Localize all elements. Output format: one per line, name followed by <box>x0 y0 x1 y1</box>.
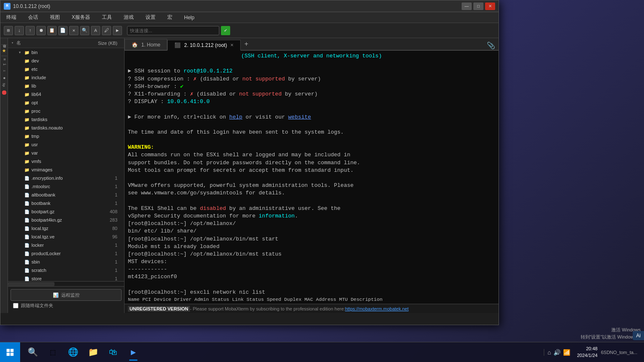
sidebar-tools-btn[interactable]: ✄ <box>1 68 7 74</box>
terminal-output[interactable]: (SSH client, X-server and networking too… <box>125 51 499 304</box>
list-item[interactable]: 📄 bootbank 1 <box>16 199 124 207</box>
menu-settings[interactable]: 设置 <box>143 13 158 22</box>
terminal-line: The time and date of this login have bee… <box>128 129 495 136</box>
remote-monitor-button[interactable]: 📊 远程监控 <box>10 289 122 301</box>
list-item[interactable]: 📁 tardisks.noauto <box>16 124 124 132</box>
list-item[interactable]: 📄 local.tgz.ve 96 <box>16 233 124 241</box>
sidebar-info-btn[interactable]: i <box>1 62 7 66</box>
sidebar-macro-btn[interactable]: ✱ <box>1 75 7 81</box>
toolbar-btn-7[interactable]: ✕ <box>69 26 78 35</box>
list-item[interactable]: 📄 local.tgz 80 <box>16 224 124 233</box>
taskbar-store[interactable]: 🛍 <box>104 343 122 362</box>
start-button[interactable] <box>0 342 20 362</box>
sidebar-game-btn[interactable]: Sp <box>1 82 7 88</box>
list-item[interactable]: 📁 dev <box>16 57 124 65</box>
sidebar-sessions-btn[interactable]: 会话 <box>1 40 7 43</box>
list-item[interactable]: 📁 vmfs <box>16 157 124 165</box>
toolbar-btn-8[interactable]: 🔍 <box>80 26 89 35</box>
quick-connect-input[interactable] <box>127 26 219 35</box>
toolbar-btn-9[interactable]: A <box>91 26 100 35</box>
taskbar-explorer[interactable]: 📁 <box>84 343 102 362</box>
menu-games[interactable]: 游戏 <box>121 13 136 22</box>
folder-icon: 📁 <box>24 75 30 80</box>
list-item[interactable]: 📄 .mtoolsrc 1 <box>16 182 124 191</box>
toolbar-btn-4[interactable]: ⏺ <box>36 26 46 35</box>
list-item[interactable]: 📁 tardisks <box>16 115 124 124</box>
toolbar-btn-6[interactable]: 📄 <box>58 26 68 35</box>
corner-text: 6SDNO_tom_ta... <box>601 350 637 355</box>
taskbar-edge[interactable]: 🌐 <box>64 343 82 362</box>
list-item[interactable]: 📁 proc <box>16 107 124 115</box>
list-item[interactable]: 📄 bootpart.gz 408 <box>16 207 124 216</box>
list-item[interactable]: 📄 scratch 1 <box>16 266 124 274</box>
status-link[interactable]: https://mobaxterm.mobatek.net <box>345 306 409 311</box>
unregistered-badge: UNREGISTERED VERSION <box>128 306 190 312</box>
list-item[interactable]: 📄 sbin 1 <box>16 258 124 266</box>
menu-tools[interactable]: 工具 <box>99 13 114 22</box>
toolbar-btn-11[interactable]: ▶ <box>113 26 122 35</box>
menu-terminal[interactable]: 终端 <box>4 13 19 22</box>
list-item[interactable]: 📁 opt <box>16 98 124 107</box>
taskbar-task-view[interactable]: ⬚ <box>44 343 62 362</box>
folder-icon: 📁 <box>24 158 30 164</box>
list-item[interactable]: 📄 altbootbank 1 <box>16 191 124 199</box>
new-tab-button[interactable]: + <box>241 39 252 50</box>
tab-close-icon[interactable]: ✕ <box>230 43 234 47</box>
menu-xserver[interactable]: X服务器 <box>69 13 93 22</box>
list-item[interactable]: 📁 lib64 <box>16 90 124 98</box>
menu-session[interactable]: 会话 <box>26 13 41 22</box>
file-icon: 📄 <box>24 225 30 231</box>
list-item[interactable]: 📄 locker 1 <box>16 241 124 249</box>
explorer-icon: 📁 <box>88 347 99 357</box>
menu-help[interactable]: Help <box>182 14 197 21</box>
menu-view[interactable]: 视图 <box>47 13 62 22</box>
maximize-button[interactable]: □ <box>473 3 483 10</box>
tab-ssh[interactable]: ⬛ 2. 10.0.1.212 (root) ✕ <box>167 40 241 51</box>
toolbar-btn-1[interactable]: ⊞ <box>4 26 13 35</box>
activate-line1: 激活 Windows <box>581 326 641 334</box>
list-item[interactable]: 📄 store 1 <box>16 274 124 281</box>
minimize-button[interactable]: — <box>462 3 472 10</box>
tray-icon-3[interactable]: 📶 <box>563 349 570 356</box>
toolbar-btn-2[interactable]: ↓ <box>15 26 24 35</box>
taskbar-mobaxterm[interactable]: ▶ <box>124 343 143 362</box>
sidebar-explorer-btn[interactable]: ≡ <box>1 57 7 61</box>
tab-home[interactable]: 🏠 1. Home <box>125 39 167 50</box>
list-item[interactable]: 📄 bootpart4kn.gz 283 <box>16 216 124 224</box>
list-item[interactable]: 📁 var <box>16 149 124 157</box>
horizontal-scrollbar[interactable] <box>8 281 124 286</box>
sidebar-bottom: 📊 远程监控 跟随终端文件夹 <box>8 286 124 313</box>
sidebar-stop-btn[interactable]: ⏺ <box>1 89 8 97</box>
taskbar-search[interactable]: 🔍 <box>23 343 42 362</box>
follow-folder-checkbox[interactable] <box>13 303 18 308</box>
list-item[interactable]: 📁 tmp <box>16 132 124 140</box>
list-item[interactable]: 📁 vmimages <box>16 165 124 174</box>
toolbar-btn-3[interactable]: ↑ <box>26 26 35 35</box>
taskbar-app-icons: 🔍 ⬚ 🌐 📁 🛍 ▶ <box>20 343 146 362</box>
status-message: - Please support MobaXterm by subscribin… <box>190 306 345 311</box>
list-item[interactable]: 📁 lib <box>16 82 124 90</box>
tray-icon-2[interactable]: 🔊 <box>553 349 561 356</box>
tray-icon-1[interactable]: ⌂ <box>548 349 551 356</box>
connect-button[interactable]: ✔ <box>221 26 230 35</box>
list-item[interactable]: 📁 include <box>16 73 124 82</box>
menu-macros[interactable]: 宏 <box>165 13 175 22</box>
file-browser-header: ▾ 名 Size (KB) <box>8 38 124 48</box>
toolbar-btn-10[interactable]: 🖊 <box>102 26 111 35</box>
toolbar-btn-5[interactable]: 📋 <box>47 26 57 35</box>
list-item[interactable]: 📁 usr <box>16 140 124 149</box>
sidebar-star-btn[interactable]: ★ <box>2 46 6 54</box>
close-button[interactable]: ✕ <box>485 3 495 10</box>
folder-icon: 📁 <box>24 125 30 131</box>
list-item[interactable]: 📄 productLocker 1 <box>16 249 124 258</box>
attach-icon[interactable]: 📎 <box>483 41 499 50</box>
terminal-line <box>128 197 495 205</box>
list-item[interactable]: ▾ 📁 bin <box>16 48 124 57</box>
edge-icon: 🌐 <box>68 347 78 357</box>
terminal-tabs: 🏠 1. Home ⬛ 2. 10.0.1.212 (root) ✕ + 📎 <box>125 38 499 51</box>
list-item[interactable]: 📁 etc <box>16 65 124 73</box>
list-item[interactable]: 📄 .encryption.info 1 <box>16 174 124 182</box>
mobaxterm-icon: ▶ <box>131 347 136 357</box>
system-clock[interactable]: 20:48 2024/1/24 <box>577 346 597 359</box>
menu-bar: 终端 会话 视图 X服务器 工具 游戏 设置 宏 Help <box>0 12 499 23</box>
